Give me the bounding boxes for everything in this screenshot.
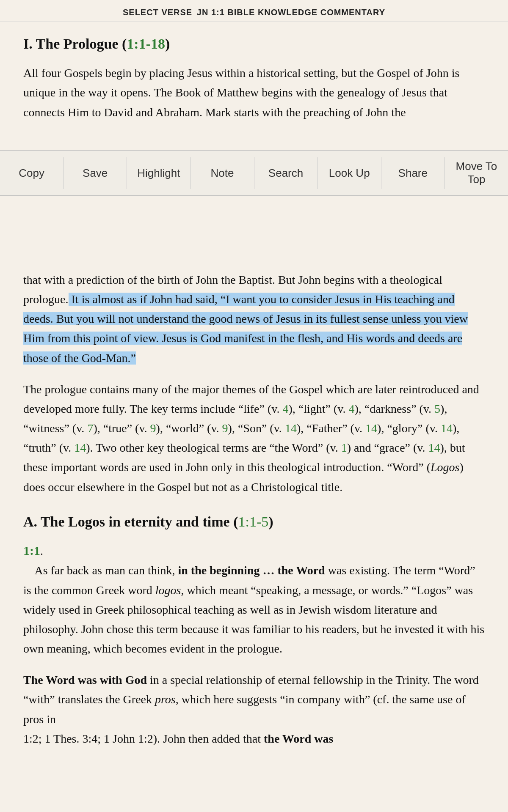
word-with-god-para: The Word was with God in a special relat… bbox=[23, 670, 485, 749]
copy-button[interactable]: Copy bbox=[0, 157, 64, 189]
subsection-heading: A. The Logos in eternity and time (1:1-5… bbox=[23, 514, 485, 530]
v14c-link[interactable]: 14 bbox=[441, 422, 453, 435]
logos-italic: Logos bbox=[431, 461, 459, 474]
word-end-bold: the Word was bbox=[264, 732, 333, 745]
verse-bold-phrase: in the beginning … the Word bbox=[175, 564, 325, 577]
header-bar: SELECT VERSE JN 1:1 BIBLE KNOWLEDGE COMM… bbox=[0, 0, 508, 22]
v9b-link[interactable]: 9 bbox=[222, 422, 228, 435]
v14a-link[interactable]: 14 bbox=[285, 422, 297, 435]
lookup-button[interactable]: Look Up bbox=[318, 157, 381, 189]
word-bold-phrase: The Word was with God bbox=[23, 673, 147, 686]
v9a-link[interactable]: 9 bbox=[150, 422, 156, 435]
section-heading: I. The Prologue (1:1-18) bbox=[23, 35, 485, 53]
verse-number-1-1[interactable]: 1:1 bbox=[23, 543, 40, 557]
para-continued: that with a prediction of the birth of J… bbox=[23, 266, 485, 368]
v14e-link[interactable]: 14 bbox=[428, 441, 440, 454]
save-button[interactable]: Save bbox=[64, 157, 127, 189]
highlighted-passage: It is almost as if John had said, “I wan… bbox=[23, 293, 468, 365]
v7-link[interactable]: 7 bbox=[87, 422, 93, 435]
content-area: I. The Prologue (1:1-18) All four Gospel… bbox=[0, 22, 508, 786]
v4b-link[interactable]: 4 bbox=[348, 402, 354, 415]
context-menu: Copy Save Highlight Note Search Look Up … bbox=[0, 150, 508, 196]
search-button[interactable]: Search bbox=[254, 157, 318, 189]
section-ref-link[interactable]: 1:1-18 bbox=[127, 36, 165, 52]
verse-1-1: 1:1. As far back as man can think, in th… bbox=[23, 540, 485, 658]
v4a-link[interactable]: 4 bbox=[282, 402, 288, 415]
share-button[interactable]: Share bbox=[381, 157, 445, 189]
subsection-ref-link[interactable]: 1:1-5 bbox=[238, 514, 268, 529]
v14d-link[interactable]: 14 bbox=[74, 441, 86, 454]
logos-word: logos bbox=[155, 584, 181, 597]
header-reference: JN 1:1 BIBLE KNOWLEDGE COMMENTARY bbox=[194, 8, 385, 17]
v1-link[interactable]: 1 bbox=[341, 441, 347, 454]
v5-link[interactable]: 5 bbox=[434, 402, 440, 415]
para-themes: The prologue contains many of the major … bbox=[23, 380, 485, 497]
header-label: SELECT VERSE bbox=[123, 8, 192, 17]
para-intro: All four Gospels begin by placing Jesus … bbox=[23, 63, 485, 122]
pros-word: pros bbox=[155, 693, 176, 706]
highlight-button[interactable]: Highlight bbox=[127, 157, 190, 189]
movetotop-button[interactable]: Move To Top bbox=[445, 151, 508, 195]
v14b-link[interactable]: 14 bbox=[365, 422, 377, 435]
note-button[interactable]: Note bbox=[190, 157, 254, 189]
